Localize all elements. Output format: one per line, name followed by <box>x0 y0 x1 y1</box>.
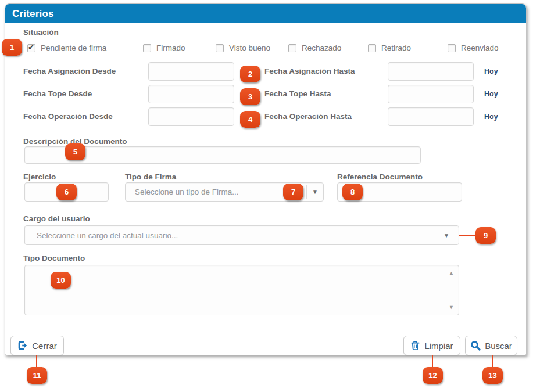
checkbox-label: Rechazado <box>302 44 341 52</box>
chevron-down-icon[interactable]: ▼ <box>443 226 449 244</box>
sign-out-icon <box>17 340 28 351</box>
checkbox-pendiente-de-firma[interactable]: Pendiente de firma <box>27 44 106 52</box>
checkbox-rechazado[interactable]: Rechazado <box>288 44 341 52</box>
search-icon <box>470 340 481 351</box>
panel-header: Criterios <box>5 4 526 23</box>
fecha-tope-desde-label: Fecha Tope Desde <box>23 85 92 103</box>
callout-badge-10: 10 <box>51 272 71 289</box>
callout-badge-3: 3 <box>240 88 260 105</box>
limpiar-button-label: Limpiar <box>424 341 453 351</box>
checkbox-box[interactable] <box>143 44 151 52</box>
screenshot-stage: Criterios Situación Pendiente de firma F… <box>0 0 533 392</box>
scroll-up-icon[interactable]: ▲ <box>449 270 454 276</box>
callout-badge-13: 13 <box>482 367 503 384</box>
callout-badge-4: 4 <box>240 111 260 128</box>
hoy-link-asignacion[interactable]: Hoy <box>484 62 498 81</box>
tipo-de-firma-placeholder: Seleccione un tipo de Firma... <box>126 188 239 196</box>
scroll-down-icon[interactable]: ▼ <box>449 304 454 310</box>
callout-badge-7: 7 <box>283 184 303 200</box>
tipo-documento-listbox[interactable]: ▲ ▼ <box>24 265 459 315</box>
cerrar-button[interactable]: Cerrar <box>10 336 64 355</box>
cargo-usuario-label: Cargo del usuario <box>23 214 90 223</box>
buscar-button-label: Buscar <box>485 341 512 351</box>
fecha-asignacion-hasta-input[interactable] <box>388 62 474 81</box>
fecha-operacion-desde-label: Fecha Operación Desde <box>23 107 113 126</box>
checkbox-label: Retirado <box>381 44 411 52</box>
checkbox-box[interactable] <box>368 44 376 52</box>
callout-badge-11: 11 <box>27 367 47 384</box>
tipo-documento-label: Tipo Documento <box>23 254 85 262</box>
checkbox-reenviado[interactable]: Reenviado <box>448 44 499 52</box>
fecha-tope-hasta-input[interactable] <box>388 85 474 103</box>
callout-badge-2: 2 <box>240 66 260 82</box>
select-divider <box>306 185 307 199</box>
chevron-down-icon[interactable]: ▼ <box>312 183 318 201</box>
checkbox-visto-bueno[interactable]: Visto bueno <box>216 44 270 52</box>
fecha-asignacion-desde-label: Fecha Asignación Desde <box>23 62 116 81</box>
callout-badge-12: 12 <box>423 367 443 384</box>
fecha-tope-desde-input[interactable] <box>148 85 234 103</box>
buscar-button[interactable]: Buscar <box>465 336 517 355</box>
callout-badge-8: 8 <box>342 184 363 200</box>
trash-icon <box>410 340 420 351</box>
checkbox-box[interactable] <box>27 44 35 52</box>
cargo-usuario-placeholder: Seleccione un cargo del actual usuario..… <box>25 231 178 240</box>
checkbox-retirado[interactable]: Retirado <box>368 44 411 52</box>
limpiar-button[interactable]: Limpiar <box>403 336 460 355</box>
checkbox-box[interactable] <box>216 44 224 52</box>
callout-badge-9: 9 <box>475 227 496 244</box>
cerrar-button-label: Cerrar <box>32 341 57 351</box>
checkbox-box[interactable] <box>288 44 296 52</box>
fecha-operacion-desde-input[interactable] <box>148 107 234 126</box>
cargo-usuario-select[interactable]: Seleccione un cargo del actual usuario..… <box>24 225 459 245</box>
situacion-label: Situación <box>23 28 59 37</box>
callout-badge-1: 1 <box>2 39 22 56</box>
fecha-asignacion-hasta-label: Fecha Asignación Hasta <box>264 62 355 81</box>
checkbox-label: Firmado <box>156 44 185 52</box>
checkbox-firmado[interactable]: Firmado <box>143 44 185 52</box>
hoy-link-tope[interactable]: Hoy <box>484 85 498 103</box>
callout-connector-13 <box>492 355 493 367</box>
checkbox-box[interactable] <box>448 44 456 52</box>
callout-badge-6: 6 <box>56 184 77 200</box>
fecha-asignacion-desde-input[interactable] <box>148 62 234 81</box>
callout-connector-11 <box>36 355 37 367</box>
fecha-operacion-hasta-label: Fecha Operación Hasta <box>264 107 352 126</box>
checkbox-label: Visto bueno <box>229 44 270 52</box>
callout-connector-9 <box>459 235 475 236</box>
tipo-de-firma-label: Tipo de Firma <box>125 172 176 181</box>
ejercicio-label: Ejercicio <box>23 172 56 181</box>
callout-connector-12 <box>432 355 433 367</box>
checkbox-label: Reenviado <box>461 44 499 52</box>
hoy-link-operacion[interactable]: Hoy <box>484 107 498 126</box>
fecha-tope-hasta-label: Fecha Tope Hasta <box>264 85 331 103</box>
fecha-operacion-hasta-input[interactable] <box>388 107 474 126</box>
callout-badge-5: 5 <box>65 143 85 160</box>
referencia-documento-label: Referencia Documento <box>337 172 423 181</box>
checkbox-label: Pendiente de firma <box>41 44 106 52</box>
panel-title: Criterios <box>12 8 54 20</box>
